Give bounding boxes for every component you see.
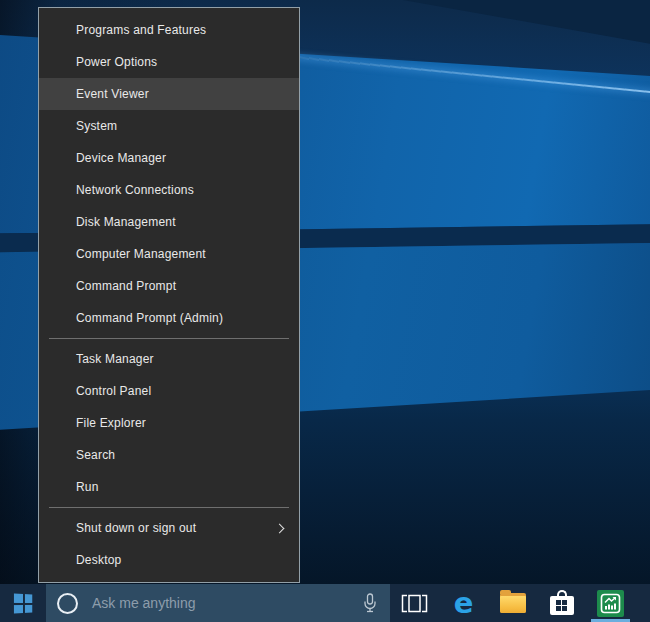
folder-front [500,596,526,613]
menu-item-label: Shut down or sign out [76,521,196,535]
windows-logo-icon [13,593,31,613]
windows-logo-pane [24,594,32,602]
store-logo-pane [562,606,567,611]
menu-item-label: System [76,119,117,133]
store-windows-logo [556,600,567,611]
desktop[interactable]: Programs and Features Power Options Even… [0,0,650,622]
start-button[interactable] [0,584,46,622]
money-app-button[interactable] [586,584,635,622]
menu-item-label: Programs and Features [76,23,206,37]
windows-logo-pane [13,604,22,613]
store-bag [550,596,574,615]
menu-item-programs-and-features[interactable]: Programs and Features [39,14,299,46]
menu-item-task-manager[interactable]: Task Manager [39,343,299,375]
submenu-arrow-icon [275,523,285,533]
winx-menu: Programs and Features Power Options Even… [38,7,300,583]
menu-separator [49,507,289,508]
menu-item-disk-management[interactable]: Disk Management [39,206,299,238]
store-logo-pane [562,600,567,605]
menu-item-label: Event Viewer [76,87,149,101]
file-explorer-button[interactable] [488,584,537,622]
menu-item-search[interactable]: Search [39,439,299,471]
edge-icon: e [454,589,474,618]
menu-item-label: Disk Management [76,215,176,229]
menu-item-run[interactable]: Run [39,471,299,503]
menu-item-label: Command Prompt (Admin) [76,311,223,325]
windows-logo-pane [13,593,22,602]
menu-item-label: Command Prompt [76,279,176,293]
chart-glyph [600,593,621,614]
menu-item-command-prompt[interactable]: Command Prompt [39,270,299,302]
money-chart-icon [597,590,624,617]
cortana-search-box[interactable]: Ask me anything [46,584,390,622]
store-button[interactable] [537,584,586,622]
menu-item-label: File Explorer [76,416,146,430]
menu-item-label: Network Connections [76,183,194,197]
menu-item-control-panel[interactable]: Control Panel [39,375,299,407]
menu-item-power-options[interactable]: Power Options [39,46,299,78]
menu-item-label: Device Manager [76,151,166,165]
menu-item-label: Run [76,480,99,494]
menu-item-label: Computer Management [76,247,206,261]
menu-item-label: Power Options [76,55,157,69]
windows-logo-pane [24,604,32,612]
menu-item-label: Control Panel [76,384,151,398]
menu-item-computer-management[interactable]: Computer Management [39,238,299,270]
task-view-icon [401,594,428,613]
microphone-icon[interactable] [363,593,377,613]
menu-item-device-manager[interactable]: Device Manager [39,142,299,174]
menu-item-label: Task Manager [76,352,154,366]
menu-item-file-explorer[interactable]: File Explorer [39,407,299,439]
edge-button[interactable]: e [439,584,488,622]
menu-item-event-viewer[interactable]: Event Viewer [39,78,299,110]
store-logo-pane [556,600,561,605]
file-explorer-icon [500,593,526,613]
menu-item-network-connections[interactable]: Network Connections [39,174,299,206]
menu-item-command-prompt-admin[interactable]: Command Prompt (Admin) [39,302,299,334]
menu-item-shut-down-or-sign-out[interactable]: Shut down or sign out [39,512,299,544]
menu-item-desktop[interactable]: Desktop [39,544,299,576]
menu-item-label: Search [76,448,115,462]
taskbar-icons: e [390,584,635,622]
search-placeholder: Ask me anything [92,595,196,611]
cortana-icon [57,593,78,614]
taskbar: Ask me anything e [0,584,650,622]
task-view-button[interactable] [390,584,439,622]
menu-item-label: Desktop [76,553,121,567]
menu-item-system[interactable]: System [39,110,299,142]
store-icon [550,596,574,615]
store-logo-pane [556,606,561,611]
menu-separator [49,338,289,339]
